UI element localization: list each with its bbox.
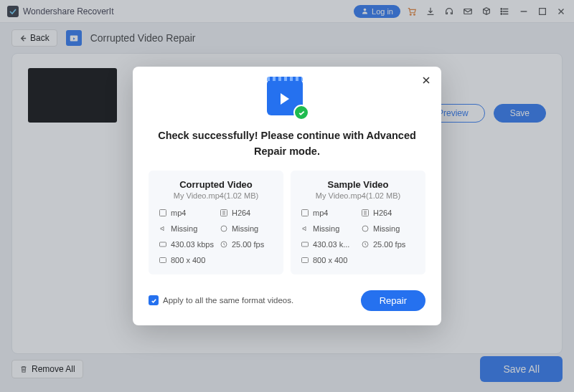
spec-format: mp4: [159, 209, 214, 217]
sample-subtitle: My Video.mp4(1.02 MB): [301, 191, 415, 200]
modal-message: Check successfully! Please continue with…: [149, 128, 425, 158]
spec-format: mp4: [301, 209, 355, 217]
spec-fps: 25.00 fps: [220, 240, 273, 249]
sample-title: Sample Video: [301, 179, 415, 190]
svg-rect-13: [160, 242, 166, 247]
spec-res: 800 x 400: [301, 256, 355, 264]
spec-bitrate: 430.03 kbps: [159, 240, 214, 249]
sample-panel: Sample Video My Video.mp4(1.02 MB) mp4 H…: [291, 171, 425, 274]
corrupted-subtitle: My Video.mp4(1.02 MB): [159, 191, 273, 200]
spec-aformat: Missing: [361, 224, 415, 233]
svg-rect-10: [160, 209, 166, 216]
apply-all-checkbox[interactable]: Apply to all the same format videos.: [149, 295, 293, 305]
svg-point-18: [362, 226, 368, 231]
modal-hero-icon: [267, 80, 307, 120]
check-badge-icon: [293, 105, 309, 120]
corrupted-panel: Corrupted Video My Video.mp4(1.02 MB) mp…: [149, 171, 283, 274]
spec-res: 800 x 400: [159, 256, 214, 264]
compare-panels: Corrupted Video My Video.mp4(1.02 MB) mp…: [149, 171, 425, 274]
svg-rect-16: [302, 209, 309, 216]
svg-rect-21: [302, 257, 309, 262]
modal-overlay: Check successfully! Please continue with…: [0, 0, 574, 392]
spec-codec: H264: [361, 209, 415, 217]
modal-dialog: Check successfully! Please continue with…: [133, 67, 441, 325]
svg-rect-19: [302, 242, 309, 247]
spec-fps: 25.00 fps: [361, 240, 415, 249]
spec-codec: H264: [220, 209, 273, 217]
spec-aformat: Missing: [220, 224, 273, 233]
corrupted-title: Corrupted Video: [159, 179, 273, 190]
svg-rect-15: [160, 257, 166, 262]
apply-all-label: Apply to all the same format videos.: [163, 296, 293, 305]
modal-close-button[interactable]: [421, 75, 431, 88]
repair-button[interactable]: Repair: [361, 290, 425, 311]
spec-bitrate: 430.03 k...: [301, 240, 355, 249]
spec-audio: Missing: [301, 224, 355, 233]
svg-point-12: [221, 226, 227, 231]
spec-audio: Missing: [159, 224, 214, 233]
